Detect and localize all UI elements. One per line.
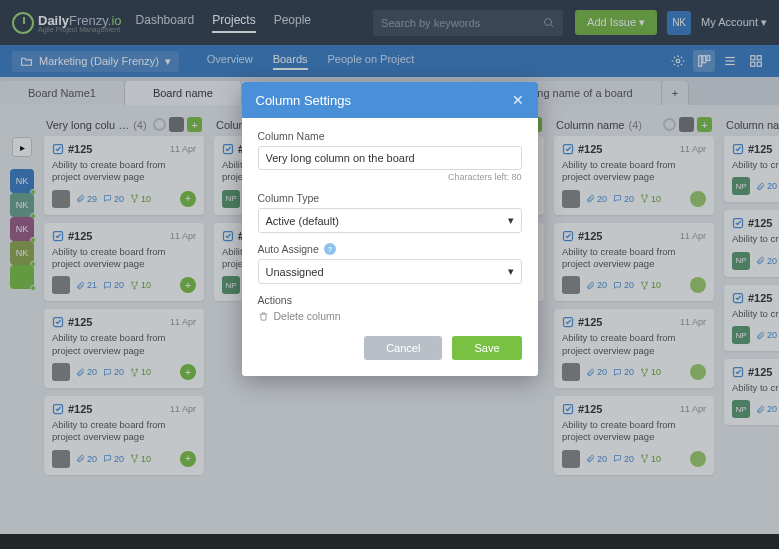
modal-title: Column Settings (256, 93, 351, 108)
column-type-select[interactable]: Active (default) ▾ (258, 208, 522, 233)
save-button[interactable]: Save (452, 336, 521, 360)
help-icon[interactable]: ? (324, 243, 336, 255)
modal-header: Column Settings ✕ (242, 82, 538, 118)
column-name-input[interactable] (258, 146, 522, 170)
column-name-label: Column Name (258, 130, 522, 142)
actions-label: Actions (258, 294, 522, 306)
delete-column-action[interactable]: Delete column (258, 310, 522, 322)
cancel-button[interactable]: Cancel (364, 336, 442, 360)
chevron-down-icon: ▾ (508, 265, 514, 278)
chars-left: Characters left: 80 (258, 172, 522, 182)
close-icon[interactable]: ✕ (512, 92, 524, 108)
column-settings-modal: Column Settings ✕ Column Name Characters… (242, 82, 538, 376)
trash-icon (258, 311, 269, 322)
auto-assign-label: Auto Assigne (258, 243, 319, 255)
chevron-down-icon: ▾ (508, 214, 514, 227)
auto-assign-select[interactable]: Unassigned ▾ (258, 259, 522, 284)
column-type-label: Column Type (258, 192, 522, 204)
modal-overlay[interactable]: Column Settings ✕ Column Name Characters… (0, 0, 779, 549)
